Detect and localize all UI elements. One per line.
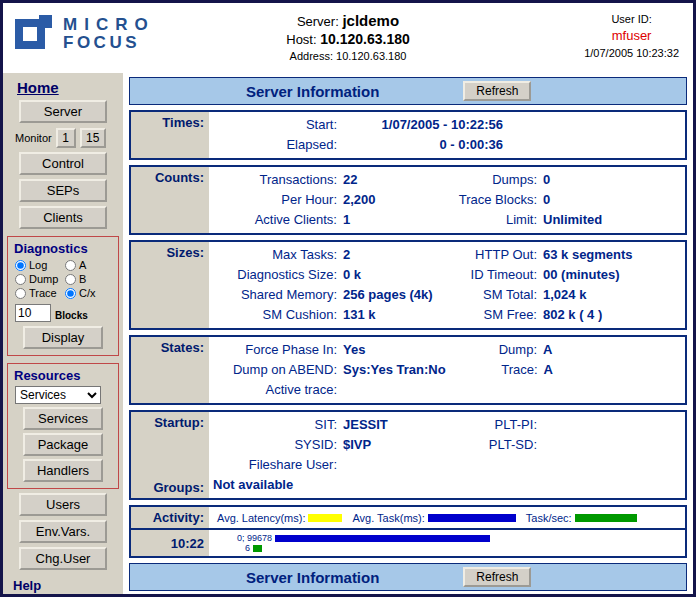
times-row: Start: 1/07/2005 - 10:22:56 [213,115,681,135]
states-section: States: Force Phase In: Yes Dump: A Dump… [129,335,687,405]
radio-cx[interactable]: C/x [65,287,115,299]
field-value [537,380,681,400]
sidebar: Home Server Monitor 1 15 Control SEPs Cl… [3,73,123,597]
logo-word-micro: MICRO [63,16,155,34]
field-label [445,455,537,475]
field-value [537,415,681,435]
env-vars-button[interactable]: Env.Vars. [19,520,107,543]
field-value: Sys:Yes Tran:No [337,360,446,380]
field-label: Shared Memory: [213,285,337,305]
states-row: Dump on ABEND: Sys:Yes Tran:No Trace: A [213,360,681,380]
counts-section: Counts: Transactions: 22 Dumps: 0 Per Ho… [129,165,687,235]
monitor-15-button[interactable]: 15 [80,128,106,148]
activity-legend: Avg. Latency(ms): Avg. Task(ms): Task/se… [209,507,647,528]
avg-task-bar [275,535,490,542]
field-label: Trace Blocks: [445,190,537,210]
counts-row: Transactions: 22 Dumps: 0 [213,170,681,190]
seps-button[interactable]: SEPs [19,179,107,202]
display-button[interactable]: Display [23,326,103,349]
task-sec-legend-label: Task/sec: [526,512,572,524]
states-section-label: States: [131,337,209,403]
elapsed-label: Elapsed: [213,135,337,155]
users-button[interactable]: Users [19,493,107,516]
server-button[interactable]: Server [19,100,107,123]
chg-user-button[interactable]: Chg.User [19,547,107,570]
resources-group: Resources Services Services Package Hand… [7,363,119,489]
field-value: 63 k segments [537,245,681,265]
sizes-section: Sizes: Max Tasks: 2 HTTP Out: 63 k segme… [129,240,687,330]
server-information-bottom-bar: Server Information Refresh [129,563,687,591]
field-value: 131 k [337,305,445,325]
micro-focus-logo-icon [13,13,55,55]
services-button[interactable]: Services [23,407,103,430]
states-row: Force Phase In: Yes Dump: A [213,340,681,360]
blocks-input[interactable] [15,304,51,322]
field-label: PLT-PI: [445,415,537,435]
activity-section: Activity: Avg. Latency(ms): Avg. Task(ms… [129,505,687,558]
times-section: Times: Start: 1/07/2005 - 10:22:56 Elaps… [129,110,687,160]
field-label: Force Phase In: [213,340,337,360]
server-name: jcldemo [342,12,399,29]
sizes-row: SM Cushion: 131 k SM Free: 802 k ( 4 ) [213,305,681,325]
field-value: 0 [537,190,681,210]
counts-row: Active Clients: 1 Limit: Unlimited [213,210,681,230]
radio-dump[interactable]: Dump [15,273,65,285]
home-link[interactable]: Home [17,79,123,96]
field-label: Dump: [445,340,537,360]
startup-row: Fileshare User: [213,455,681,475]
field-label [445,380,537,400]
field-value: 256 pages (4k) [337,285,445,305]
logo-word-focus: FOCUS [63,34,155,52]
resources-select[interactable]: Services [15,386,101,404]
address-label: Address: [290,50,333,62]
field-value: 1,024 k [537,285,681,305]
task-ms-legend-swatch [428,514,516,522]
radio-log[interactable]: Log [15,259,65,271]
bottom-title: Server Information [246,569,379,586]
field-label: SYSID: [213,435,337,455]
chart-line1-value: 0; 99678 [237,533,272,543]
field-value: Unlimited [537,210,681,230]
radio-a[interactable]: A [65,259,115,271]
activity-section-label: Activity: [131,507,209,528]
field-value: 0 [537,170,681,190]
field-value: 2 [337,245,445,265]
field-label: Dumps: [445,170,537,190]
server-information-top-bar: Server Information Refresh [129,77,687,105]
control-button[interactable]: Control [19,152,107,175]
package-button[interactable]: Package [23,433,103,456]
field-value: 2,200 [337,190,445,210]
activity-chart: 0; 99678 6 [209,530,685,556]
field-value: JESSIT [337,415,445,435]
page-title: Server Information [246,83,379,100]
field-label: SIT: [213,415,337,435]
help-label: Help [13,578,123,593]
field-value: 0 k [337,265,445,285]
refresh-button-bottom[interactable]: Refresh [463,567,531,587]
address-value: 10.120.63.180 [336,50,406,62]
times-row: Elapsed: 0 - 0:00:36 [213,135,681,155]
field-label: ID Timeout: [445,265,537,285]
micro-focus-logo: MICRO FOCUS [13,13,155,55]
field-label: Fileshare User: [213,455,337,475]
groups-section-label: Groups: [131,480,204,495]
latency-legend-swatch [308,514,342,522]
field-value [337,455,445,475]
handlers-button[interactable]: Handlers [23,459,103,482]
refresh-button-top[interactable]: Refresh [463,81,531,101]
clients-button[interactable]: Clients [19,206,107,229]
latency-legend-label: Avg. Latency(ms): [217,512,305,524]
field-value: Yes [337,340,445,360]
diagnostics-title: Diagnostics [14,241,118,256]
field-value [537,435,681,455]
activity-time-label: 10:22 [131,530,209,556]
monitor-1-button[interactable]: 1 [56,128,76,148]
host-label: Host: [286,32,316,47]
header-datetime: 1/07/2005 10:23:32 [584,47,679,59]
radio-trace[interactable]: Trace [15,287,65,299]
field-value: 1 [337,210,445,230]
field-value [537,455,681,475]
field-label: Trace: [446,360,538,380]
radio-b[interactable]: B [65,273,115,285]
field-label: Diagnostics Size: [213,265,337,285]
